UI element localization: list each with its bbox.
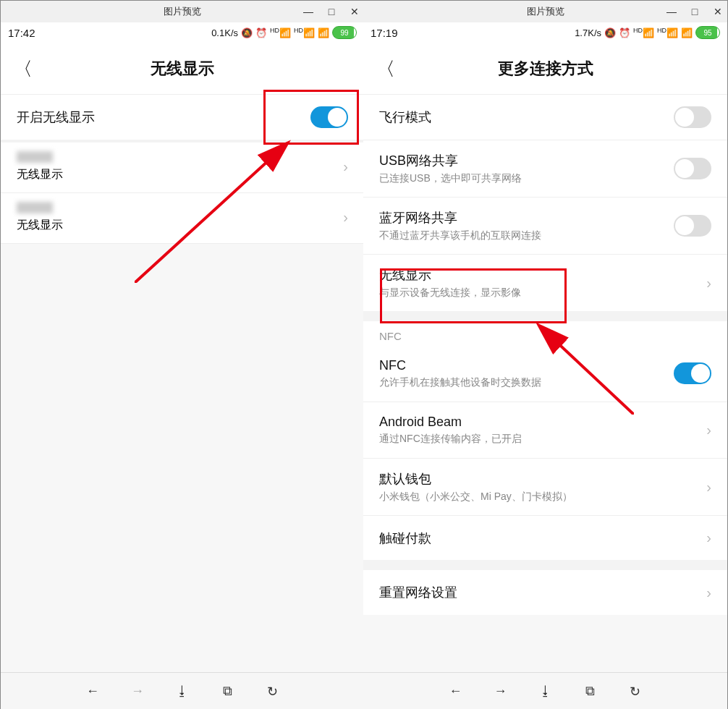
chevron-right-icon: ›	[706, 422, 711, 438]
download-icon[interactable]: ⭳	[538, 684, 554, 699]
device-name-blurred	[17, 151, 53, 163]
enable-wireless-display-toggle[interactable]	[310, 106, 348, 128]
page-header: 〈 无线显示	[1, 43, 364, 95]
nav-forward-icon[interactable]: →	[130, 684, 145, 699]
phone-statusbar: 17:42 0.1K/s 🔕 ⏰ HD📶 HD📶 📶 99	[1, 22, 364, 43]
wifi-icon: 📶	[318, 27, 329, 38]
alarm-icon: ⏰	[255, 27, 267, 38]
phone-statusbar: 17:19 1.7K/s 🔕 ⏰ HD📶 HD📶 📶 95	[363, 22, 727, 43]
download-icon[interactable]: ⭳	[174, 684, 190, 699]
device-row[interactable]: 无线显示 ›	[1, 193, 364, 244]
signal-icon: HD📶	[633, 27, 654, 38]
wifi-icon: 📶	[681, 27, 693, 38]
window-title: 图片预览	[164, 5, 201, 18]
refresh-icon[interactable]: ↻	[627, 684, 643, 700]
page-title: 无线显示	[151, 58, 214, 80]
reset-network-row[interactable]: 重置网络设置 ›	[363, 570, 727, 615]
default-wallet-row[interactable]: 默认钱包 小米钱包（小米公交、Mi Pay、门卡模拟） ›	[363, 458, 727, 515]
row-sub: 通过NFC连接传输内容，已开启	[379, 433, 522, 446]
chevron-right-icon: ›	[343, 209, 348, 226]
row-title: NFC	[379, 358, 541, 373]
signal2-icon: HD📶	[294, 27, 315, 38]
row-sub: 小米钱包（小米公交、Mi Pay、门卡模拟）	[379, 491, 572, 504]
window-titlebar: 图片预览 — □ ✕	[1, 1, 364, 22]
device-sub: 无线显示	[17, 218, 63, 233]
row-title: 触碰付款	[379, 530, 431, 547]
chevron-right-icon: ›	[706, 530, 711, 546]
chevron-right-icon: ›	[706, 275, 711, 292]
row-title: 重置网络设置	[379, 584, 457, 601]
nfc-toggle[interactable]	[674, 362, 711, 384]
airplane-mode-row[interactable]: 飞行模式	[363, 95, 727, 140]
maximize-icon[interactable]: □	[325, 6, 338, 17]
status-netspeed: 1.7K/s	[575, 27, 601, 38]
refresh-icon[interactable]: ↻	[264, 684, 280, 700]
right-pane: 图片预览 — □ ✕ 17:19 1.7K/s 🔕 ⏰ HD📶 HD📶 📶 95	[363, 1, 727, 709]
enable-wireless-display-row[interactable]: 开启无线显示	[1, 95, 364, 140]
airplane-mode-toggle[interactable]	[674, 106, 711, 128]
row-title: Android Beam	[379, 415, 522, 430]
device-name-blurred	[17, 202, 53, 213]
left-pane: 图片预览 — □ ✕ 17:42 0.1K/s 🔕 ⏰ HD📶 HD📶 📶 99	[1, 1, 365, 709]
battery-icon: 99	[332, 26, 357, 39]
bt-tether-row[interactable]: 蓝牙网络共享 不通过蓝牙共享该手机的互联网连接	[363, 197, 727, 254]
minimize-icon[interactable]: —	[302, 6, 315, 17]
window-title: 图片预览	[527, 5, 564, 18]
usb-tether-toggle[interactable]	[674, 158, 711, 179]
row-sub: 允许手机在接触其他设备时交换数据	[379, 376, 541, 389]
chevron-right-icon: ›	[343, 158, 348, 175]
battery-icon: 95	[695, 26, 720, 39]
status-netspeed: 0.1K/s	[211, 27, 238, 38]
row-sub: 已连接USB，选中即可共享网络	[379, 172, 522, 185]
page-title: 更多连接方式	[498, 58, 593, 80]
right-content: 飞行模式 USB网络共享 已连接USB，选中即可共享网络 蓝牙网络共享 不通过蓝…	[363, 95, 727, 709]
row-title: USB网络共享	[379, 152, 522, 169]
window-titlebar: 图片预览 — □ ✕	[363, 1, 727, 22]
window-controls: — □ ✕	[665, 1, 724, 22]
mute-icon: 🔕	[604, 27, 616, 38]
nfc-row[interactable]: NFC 允许手机在接触其他设备时交换数据	[363, 345, 727, 402]
actual-size-icon[interactable]: ⧉	[219, 684, 235, 699]
row-title: 无线显示	[379, 266, 521, 284]
left-content: 开启无线显示 无线显示 › 无线显示 ›	[1, 95, 364, 709]
actual-size-icon[interactable]: ⧉	[583, 684, 598, 699]
viewer-toolbar: ← → ⭳ ⧉ ↻	[363, 672, 727, 709]
nav-back-icon[interactable]: ←	[448, 684, 464, 699]
row-title: 蓝牙网络共享	[379, 209, 541, 226]
row-sub: 与显示设备无线连接，显示影像	[379, 286, 521, 300]
bt-tether-toggle[interactable]	[674, 215, 711, 237]
chevron-right-icon: ›	[706, 585, 711, 601]
maximize-icon[interactable]: □	[688, 6, 701, 17]
nav-forward-icon[interactable]: →	[493, 684, 509, 699]
enable-wireless-display-label: 开启无线显示	[17, 109, 95, 126]
device-sub: 无线显示	[17, 167, 63, 182]
back-button[interactable]: 〈	[376, 56, 395, 81]
status-time: 17:19	[371, 27, 398, 39]
android-beam-row[interactable]: Android Beam 通过NFC连接传输内容，已开启 ›	[363, 402, 727, 458]
row-title: 飞行模式	[379, 109, 431, 126]
row-title: 默认钱包	[379, 470, 572, 488]
device-row[interactable]: 无线显示 ›	[1, 143, 364, 193]
nav-back-icon[interactable]: ←	[85, 684, 101, 699]
usb-tether-row[interactable]: USB网络共享 已连接USB，选中即可共享网络	[363, 140, 727, 197]
viewer-toolbar: ← → ⭳ ⧉ ↻	[1, 672, 364, 709]
alarm-icon: ⏰	[619, 27, 630, 38]
signal2-icon: HD📶	[657, 27, 678, 38]
mute-icon: 🔕	[241, 27, 253, 38]
row-sub: 不通过蓝牙共享该手机的互联网连接	[379, 229, 541, 242]
status-time: 17:42	[8, 27, 35, 39]
signal-icon: HD📶	[270, 27, 291, 38]
minimize-icon[interactable]: —	[665, 6, 678, 17]
chevron-right-icon: ›	[706, 479, 711, 496]
close-icon[interactable]: ✕	[711, 6, 724, 17]
page-header: 〈 更多连接方式	[363, 43, 727, 95]
nfc-section-header: NFC	[363, 321, 727, 345]
tap-pay-row[interactable]: 触碰付款 ›	[363, 515, 727, 560]
wireless-display-row[interactable]: 无线显示 与显示设备无线连接，显示影像 ›	[363, 254, 727, 311]
close-icon[interactable]: ✕	[348, 6, 361, 17]
window-controls: — □ ✕	[302, 1, 361, 22]
back-button[interactable]: 〈	[14, 56, 33, 81]
